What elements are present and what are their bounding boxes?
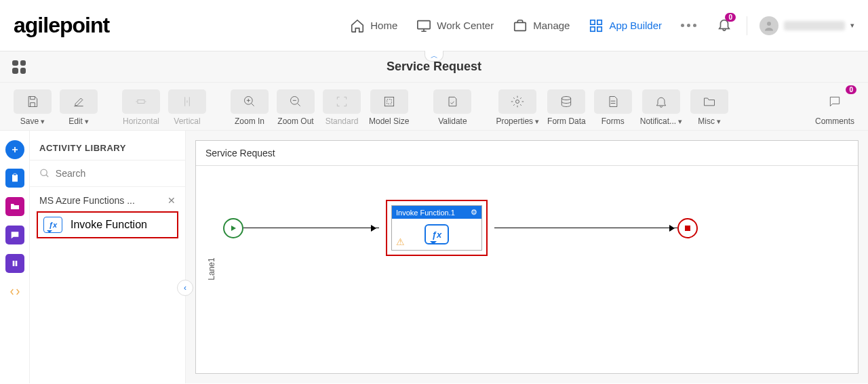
warning-icon: ⚠ bbox=[396, 236, 405, 247]
vertical-button[interactable]: Vertical bbox=[168, 89, 206, 126]
nav-center: Home Work Center Manage App Builder bbox=[350, 18, 696, 33]
horizontal-icon bbox=[134, 95, 148, 108]
zoom-out-icon bbox=[289, 95, 302, 108]
rail-chat[interactable] bbox=[5, 226, 24, 244]
username-blurred bbox=[784, 21, 845, 30]
svg-point-12 bbox=[562, 97, 571, 100]
zoom-in-icon bbox=[243, 95, 256, 108]
form-data-button[interactable]: Form Data bbox=[547, 89, 586, 126]
validate-icon bbox=[446, 95, 459, 108]
notifications-badge: 0 bbox=[725, 13, 736, 22]
subheader: ︿ Service Request bbox=[0, 51, 868, 83]
document-icon bbox=[606, 95, 620, 108]
activity-library: ACTIVITY LIBRARY MS Azure Functions ... … bbox=[30, 131, 186, 383]
svg-point-11 bbox=[516, 100, 519, 104]
topnav: agilepoint Home Work Center Manage App B… bbox=[0, 0, 868, 51]
nav-work-center[interactable]: Work Center bbox=[416, 18, 494, 33]
side-rail bbox=[0, 131, 30, 383]
arrow bbox=[243, 228, 379, 228]
svg-rect-16 bbox=[15, 261, 17, 266]
edit-button[interactable]: Edit▾ bbox=[60, 89, 98, 126]
rail-clipboard[interactable] bbox=[5, 169, 24, 188]
arrow bbox=[494, 228, 677, 228]
properties-button[interactable]: Properties▾ bbox=[496, 89, 539, 126]
rail-info[interactable] bbox=[5, 254, 24, 273]
model-size-button[interactable]: Model Size bbox=[369, 89, 409, 126]
home-icon bbox=[350, 18, 365, 33]
fit-standard-icon bbox=[335, 95, 349, 108]
library-category-label: MS Azure Functions ... bbox=[39, 195, 135, 206]
canvas-title: Service Request bbox=[196, 141, 858, 166]
activity-header: Invoke Function.1 ⚙ bbox=[392, 206, 481, 219]
folder-icon bbox=[9, 201, 20, 212]
database-icon bbox=[559, 95, 573, 108]
svg-rect-10 bbox=[384, 97, 393, 106]
svg-rect-0 bbox=[418, 20, 430, 28]
user-icon bbox=[763, 20, 775, 32]
svg-rect-3 bbox=[597, 20, 601, 24]
activity-item-invoke-function[interactable]: ƒx Invoke Function bbox=[37, 211, 178, 238]
library-search[interactable] bbox=[30, 161, 185, 187]
rail-folder[interactable] bbox=[5, 197, 24, 216]
end-node[interactable] bbox=[677, 218, 698, 238]
plus-icon bbox=[9, 144, 20, 155]
forms-button[interactable]: Forms bbox=[594, 89, 632, 126]
svg-rect-1 bbox=[515, 22, 526, 30]
avatar bbox=[760, 16, 778, 35]
zoom-out-button[interactable]: Zoom Out bbox=[277, 89, 315, 126]
fit-model-icon bbox=[382, 95, 396, 108]
toolbar: Save▾ Edit▾ Horizontal Vertical Zoom In … bbox=[0, 83, 868, 131]
lane-label: Lane1 bbox=[207, 257, 216, 280]
nav-more[interactable] bbox=[681, 18, 696, 33]
svg-point-6 bbox=[767, 22, 771, 26]
nav-manage[interactable]: Manage bbox=[513, 18, 570, 33]
canvas-area: Service Request Lane1 Invoke Function.1 … bbox=[186, 131, 868, 383]
comments-badge: 0 bbox=[846, 85, 856, 94]
grid-icon bbox=[589, 18, 604, 33]
nav-right: 0 ▾ bbox=[717, 16, 854, 35]
start-node[interactable] bbox=[223, 218, 243, 238]
activity-invoke-function[interactable]: Invoke Function.1 ⚙ ⚠ ƒx bbox=[391, 205, 482, 251]
library-header: ACTIVITY LIBRARY bbox=[30, 131, 185, 161]
validate-button[interactable]: Validate bbox=[433, 89, 471, 126]
zoom-in-button[interactable]: Zoom In bbox=[231, 89, 269, 126]
vertical-icon bbox=[180, 95, 194, 108]
save-button[interactable]: Save▾ bbox=[14, 89, 52, 126]
standard-button[interactable]: Standard bbox=[323, 89, 361, 126]
nav-home[interactable]: Home bbox=[350, 18, 397, 33]
gear-icon[interactable]: ⚙ bbox=[471, 208, 477, 217]
canvas-body[interactable]: Lane1 Invoke Function.1 ⚙ ⚠ bbox=[196, 166, 858, 371]
misc-button[interactable]: Misc▾ bbox=[690, 89, 728, 126]
stop-icon bbox=[685, 226, 690, 231]
collapse-library-button[interactable]: ‹ bbox=[177, 280, 193, 296]
rail-add[interactable] bbox=[5, 140, 24, 159]
activity-item-label: Invoke Function bbox=[71, 219, 147, 231]
svg-rect-5 bbox=[597, 26, 601, 30]
function-icon: ƒx bbox=[43, 217, 62, 233]
library-category[interactable]: MS Azure Functions ... ✕ bbox=[30, 187, 185, 209]
notifications-toolbar-button[interactable]: Notificat...▾ bbox=[640, 89, 682, 126]
code-icon bbox=[9, 286, 20, 297]
notifications-button[interactable]: 0 bbox=[717, 17, 732, 35]
user-menu[interactable]: ▾ bbox=[747, 16, 854, 35]
close-icon[interactable]: ✕ bbox=[167, 195, 176, 206]
comments-button[interactable]: 0 Comments bbox=[815, 89, 854, 126]
nav-app-builder[interactable]: App Builder bbox=[589, 18, 662, 33]
chevron-down-icon: ▾ bbox=[850, 21, 854, 30]
chat-icon bbox=[9, 230, 20, 240]
function-icon: ƒx bbox=[425, 224, 449, 244]
flow: Invoke Function.1 ⚙ ⚠ ƒx bbox=[223, 200, 844, 256]
logo: agilepoint bbox=[14, 13, 109, 38]
horizontal-button[interactable]: Horizontal bbox=[122, 89, 160, 126]
svg-point-17 bbox=[41, 169, 47, 175]
expand-tab[interactable]: ︿ bbox=[425, 51, 443, 62]
svg-rect-15 bbox=[12, 261, 14, 266]
search-input[interactable] bbox=[56, 168, 176, 179]
bell-icon bbox=[654, 95, 668, 108]
activity-selection[interactable]: Invoke Function.1 ⚙ ⚠ ƒx bbox=[386, 200, 488, 256]
main: ACTIVITY LIBRARY MS Azure Functions ... … bbox=[0, 131, 868, 383]
rail-code[interactable] bbox=[5, 282, 24, 301]
monitor-icon bbox=[416, 18, 431, 33]
apps-icon[interactable] bbox=[12, 60, 26, 74]
edit-icon bbox=[72, 95, 85, 108]
